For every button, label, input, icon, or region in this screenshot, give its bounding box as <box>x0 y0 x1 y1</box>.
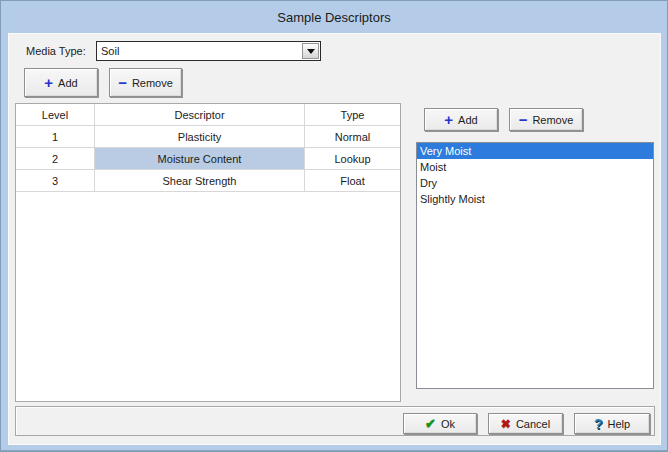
descriptor-remove-label: Remove <box>132 77 173 89</box>
list-item[interactable]: Slightly Moist <box>417 191 653 207</box>
cell-level[interactable]: 1 <box>16 126 95 148</box>
lookup-values-list[interactable]: Very Moist Moist Dry Slightly Moist <box>416 142 654 389</box>
lookup-add-label: Add <box>458 114 478 126</box>
table-row[interactable]: 1 Plasticity Normal <box>16 126 400 148</box>
ok-label: Ok <box>441 418 455 430</box>
media-type-select[interactable]: Soil <box>96 41 321 61</box>
cell-type[interactable]: Normal <box>305 126 400 148</box>
column-header-type: Type <box>305 104 400 126</box>
lookup-remove-label: Remove <box>532 114 573 126</box>
cell-type[interactable]: Lookup <box>305 148 400 170</box>
media-type-label: Media Type: <box>26 45 86 57</box>
minus-icon: − <box>118 75 127 90</box>
chevron-down-icon <box>307 49 315 54</box>
table-row[interactable]: 3 Shear Strength Float <box>16 170 400 192</box>
combobox-dropdown-button[interactable] <box>302 43 319 59</box>
column-header-level: Level <box>16 104 95 126</box>
cell-descriptor-selected[interactable]: Moisture Content <box>95 148 305 170</box>
column-header-descriptor: Descriptor <box>95 104 305 126</box>
list-item[interactable]: Very Moist <box>417 143 653 159</box>
list-item[interactable]: Dry <box>417 175 653 191</box>
check-icon: ✔ <box>425 417 436 430</box>
question-icon: ? <box>594 417 603 431</box>
cell-type[interactable]: Float <box>305 170 400 192</box>
dialog-title: Sample Descriptors <box>277 10 390 25</box>
ok-button[interactable]: ✔ Ok <box>403 413 477 434</box>
cancel-label: Cancel <box>516 418 550 430</box>
dialog-window: Sample Descriptors Media Type: Soil + Ad… <box>0 0 668 452</box>
table-row[interactable]: 2 Moisture Content Lookup <box>16 148 400 170</box>
media-type-value: Soil <box>101 45 119 57</box>
lookup-add-button[interactable]: + Add <box>424 108 498 131</box>
lookup-remove-button[interactable]: − Remove <box>509 108 583 131</box>
cancel-button[interactable]: ✖ Cancel <box>488 413 563 434</box>
x-icon: ✖ <box>501 418 511 430</box>
descriptor-add-label: Add <box>58 77 78 89</box>
cell-level[interactable]: 3 <box>16 170 95 192</box>
cell-descriptor[interactable]: Shear Strength <box>95 170 305 192</box>
descriptor-table[interactable]: Level Descriptor Type 1 Plasticity Norma… <box>15 103 401 402</box>
cell-level[interactable]: 2 <box>16 148 95 170</box>
minus-icon: − <box>519 112 528 127</box>
title-bar: Sample Descriptors <box>1 1 667 33</box>
list-item[interactable]: Moist <box>417 159 653 175</box>
plus-icon: + <box>444 112 453 127</box>
dialog-content: Media Type: Soil + Add − Remove Level De… <box>8 33 661 445</box>
help-label: Help <box>607 418 630 430</box>
plus-icon: + <box>44 75 53 90</box>
descriptor-remove-button[interactable]: − Remove <box>109 68 182 97</box>
help-button[interactable]: ? Help <box>574 413 650 434</box>
descriptor-add-button[interactable]: + Add <box>24 68 98 97</box>
cell-descriptor[interactable]: Plasticity <box>95 126 305 148</box>
footer-panel: ✔ Ok ✖ Cancel ? Help <box>15 406 655 436</box>
table-header-row: Level Descriptor Type <box>16 104 400 126</box>
